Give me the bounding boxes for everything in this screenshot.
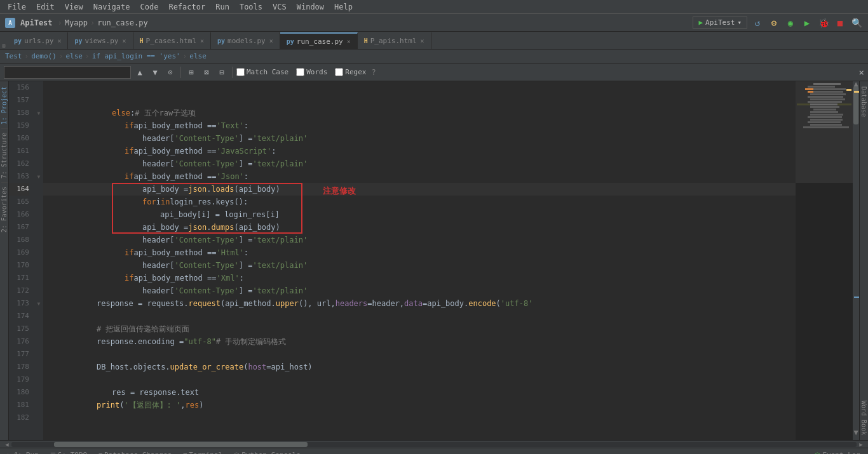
code-line-178[interactable]: DB_host.objects. update_or_create ( host… (43, 361, 796, 373)
menu-code[interactable]: Code (135, 1, 164, 13)
bc-else2[interactable]: else (189, 52, 207, 60)
words-checkbox[interactable] (296, 68, 304, 76)
menu-vcs[interactable]: VCS (268, 1, 292, 13)
h-scroll-thumb[interactable] (54, 442, 308, 447)
minimap-slider[interactable] (796, 81, 853, 183)
python-console-tab[interactable]: ⬡ Python Console (229, 450, 306, 454)
run-button[interactable]: ▶ (801, 17, 813, 29)
tab-close-papis[interactable]: × (421, 37, 424, 44)
regex-checkbox-label[interactable]: Regex (335, 68, 366, 76)
database-panel-label[interactable]: Database (860, 81, 868, 122)
bc-if-login[interactable]: if api_login == 'yes' (92, 52, 180, 60)
menu-navigate[interactable]: Navigate (88, 1, 135, 13)
regex-checkbox[interactable] (335, 68, 343, 76)
code-line-177[interactable] (43, 348, 796, 361)
code-line-180[interactable]: res = response.text (43, 386, 796, 399)
project-panel-label[interactable]: 1: Project (1, 84, 8, 127)
bc-else1[interactable]: else (66, 52, 83, 60)
code-line-157[interactable] (43, 94, 796, 107)
find-input[interactable] (4, 66, 131, 79)
code-line-156[interactable] (43, 81, 796, 94)
menu-edit[interactable]: Edit (31, 1, 60, 13)
code-line-182[interactable] (43, 411, 796, 424)
words-checkbox-label[interactable]: Words (296, 68, 327, 76)
menu-help[interactable]: Help (329, 1, 358, 13)
debug-button[interactable]: 🐞 (817, 17, 830, 29)
find-multi-button[interactable]: ⊞ (185, 66, 198, 79)
code-line-176[interactable]: response.encoding = "utf-8" # 手动制定编码格式 (43, 335, 796, 348)
code-line-165[interactable]: for i in login_res.keys(): (43, 196, 796, 208)
menu-window[interactable]: Window (292, 1, 329, 13)
code-line-170[interactable]: header['Content-Type'] = 'text/plain' (43, 259, 796, 272)
code-line-174[interactable] (43, 310, 796, 323)
code-line-172[interactable]: header['Content-Type'] = 'text/plain' (43, 284, 796, 297)
menu-view[interactable]: View (60, 1, 88, 13)
code-line-167[interactable]: api_body = json . dumps (api_body) (43, 221, 796, 234)
find-close-button[interactable]: × (859, 67, 864, 77)
tab-p-apis-html[interactable]: H P_apis.html × (358, 32, 431, 49)
match-case-checkbox[interactable] (236, 68, 245, 76)
menu-run[interactable]: Run (210, 1, 234, 13)
code-line-181[interactable]: print ( '【返回体】: ' , res ) (43, 399, 796, 411)
run-config-dropdown[interactable]: ▶ ApiTest ▾ (693, 17, 747, 29)
code-line-175[interactable]: # 把返回值传递给前端页面 (43, 323, 796, 335)
refresh-button[interactable]: ↺ (751, 17, 764, 29)
tab-models-py[interactable]: py models.py × (211, 32, 280, 49)
tab-close-models[interactable]: × (269, 37, 273, 44)
tab-close-urls[interactable]: × (57, 37, 61, 44)
tab-close-views[interactable]: × (122, 37, 126, 44)
tab-run-case-py[interactable]: py run_case.py × (280, 32, 358, 49)
scroll-left-button[interactable]: ◀ (3, 442, 11, 447)
code-line-159[interactable]: if api_body_method == 'Text' : (43, 119, 796, 132)
regex-help-icon[interactable]: ? (371, 68, 376, 77)
todo-tab[interactable]: ☰ 6: TODO (45, 450, 92, 454)
tab-views-py[interactable]: py views.py × (68, 32, 133, 49)
menu-refactor[interactable]: Refactor (163, 1, 210, 13)
run-tab[interactable]: ▶ 4: Run (3, 450, 44, 454)
code-line-162[interactable]: header['Content-Type'] = 'text/plain' (43, 157, 796, 170)
match-case-checkbox-label[interactable]: Match Case (236, 68, 288, 76)
code-line-173[interactable]: response = requests. request (api_method… (43, 297, 796, 310)
find-options-button[interactable]: ⊠ (200, 66, 213, 79)
code-line-171[interactable]: if api_body_method == 'Xml' : (43, 272, 796, 284)
event-log-tab[interactable]: ⬡ Event Log (810, 450, 865, 454)
h-scroll-track[interactable] (11, 442, 857, 447)
tab-close-runcase[interactable]: × (347, 38, 351, 45)
favorites-panel-label[interactable]: 2: Favorites (1, 184, 8, 235)
code-line-169[interactable]: if api_body_method == 'Html' : (43, 246, 796, 259)
code-line-161[interactable]: if api_body_method == 'JavaScript' : (43, 145, 796, 157)
tab-urls-py[interactable]: py urls.py × (8, 32, 68, 49)
fold-158[interactable]: ▼ (34, 107, 43, 119)
menu-file[interactable]: File (3, 1, 31, 13)
project-panel-toggle[interactable]: ⊞ (0, 43, 8, 49)
search-toolbar-button[interactable]: 🔍 (850, 17, 863, 29)
bc-test[interactable]: Test (5, 52, 22, 60)
find-prev-button[interactable]: ▲ (133, 66, 146, 79)
find-filter-button[interactable]: ⊟ (215, 66, 228, 79)
menu-tools[interactable]: Tools (234, 1, 268, 13)
scrollbar[interactable]: ▲ ▼ (853, 81, 859, 440)
code-line-166[interactable]: api_body[i] = login_res[i] (43, 208, 796, 221)
code-line-164[interactable]: api_body = json . loads (api_body) (43, 183, 796, 196)
stop-button[interactable]: ■ (834, 17, 846, 29)
code-line-179[interactable] (43, 373, 796, 386)
wordbook-panel-label[interactable]: Word Book (860, 396, 868, 440)
coverage-button[interactable]: ◉ (784, 17, 797, 29)
terminal-tab[interactable]: ⊟ Terminal (178, 450, 227, 454)
bc-demo[interactable]: demo() (31, 52, 57, 60)
find-match-button[interactable]: ⊙ (164, 66, 177, 79)
scroll-up-button[interactable]: ▲ (853, 81, 859, 86)
fold-163[interactable]: ▼ (34, 170, 43, 183)
find-next-button[interactable]: ▼ (149, 66, 161, 79)
scroll-down-button[interactable]: ▼ (853, 430, 859, 435)
scroll-right-button[interactable]: ▶ (857, 442, 865, 447)
code-line-163[interactable]: if api_body_method == 'Json' : (43, 170, 796, 183)
build-button[interactable]: ⚙ (768, 17, 780, 29)
code-line-158[interactable]: else: # 五个raw子选项 (43, 107, 796, 119)
code-line-160[interactable]: header['Content-Type'] = 'text/plain' (43, 132, 796, 145)
structure-panel-label[interactable]: 7: Structure (1, 130, 8, 181)
tab-p-cases-html[interactable]: H P_cases.html × (133, 32, 212, 49)
code-line-168[interactable]: header['Content-Type'] = 'text/plain' (43, 234, 796, 246)
tab-close-pcases[interactable]: × (200, 37, 204, 44)
db-changes-tab[interactable]: ⊞ Database Changes (93, 450, 177, 454)
